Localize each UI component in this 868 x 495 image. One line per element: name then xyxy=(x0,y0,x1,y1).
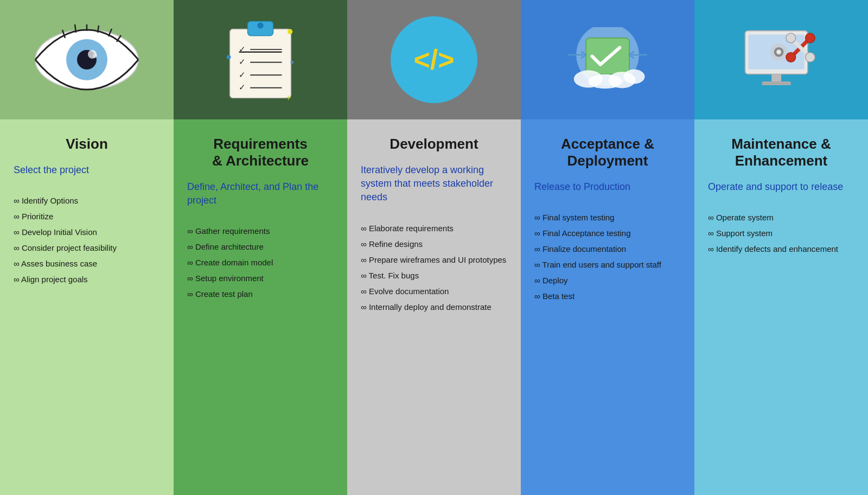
list-item: Support system xyxy=(708,226,854,240)
acceptance-list: Final system testing Final Acceptance te… xyxy=(534,210,681,303)
top-row: ✓ ✓ ✓ ✓ + </> xyxy=(0,0,868,119)
svg-point-13 xyxy=(257,22,263,28)
svg-point-41 xyxy=(776,49,781,54)
list-item: Finalize documentation xyxy=(534,242,681,256)
development-subtitle: Iteratively develop a working system tha… xyxy=(361,163,507,205)
maintenance-subtitle: Operate and support to release xyxy=(708,180,854,194)
monitor-tools-icon xyxy=(738,24,825,95)
list-item: Setup environment xyxy=(187,271,334,285)
list-item: Align project goals xyxy=(14,272,160,287)
svg-point-4 xyxy=(93,54,97,58)
list-item: Final Acceptance testing xyxy=(534,226,681,240)
code-symbol: </> xyxy=(413,43,454,76)
svg-text:✓: ✓ xyxy=(239,45,246,54)
vision-title: Vision xyxy=(14,136,160,153)
list-item: Consider project feasibility xyxy=(14,240,160,255)
acceptance-icon-col xyxy=(521,0,694,119)
development-content: Development Iteratively develop a workin… xyxy=(347,119,521,495)
bottom-row: Vision Select the project Identify Optio… xyxy=(0,119,868,495)
list-item: Gather requirements xyxy=(187,224,334,238)
svg-point-44 xyxy=(805,33,815,43)
requirements-subtitle: Define, Architect, and Plan the project xyxy=(187,180,334,207)
svg-point-46 xyxy=(786,33,796,43)
list-item: Final system testing xyxy=(534,210,681,225)
list-item: Evolve documentation xyxy=(361,284,507,299)
acceptance-content: Acceptance & Deployment Release to Produ… xyxy=(521,119,694,495)
svg-text:✓: ✓ xyxy=(239,70,246,79)
list-item: Identify defects and enhancement xyxy=(708,242,854,256)
svg-point-47 xyxy=(805,53,815,62)
svg-point-32 xyxy=(623,69,644,84)
requirements-content: Requirements & Architecture Define, Arch… xyxy=(174,119,347,495)
svg-text:✓: ✓ xyxy=(239,57,246,66)
vision-subtitle: Select the project xyxy=(14,163,160,177)
maintenance-list: Operate system Support system Identify d… xyxy=(708,210,854,256)
main-container: ✓ ✓ ✓ ✓ + </> xyxy=(0,0,868,495)
svg-point-45 xyxy=(786,53,796,62)
list-item: Define architecture xyxy=(187,239,334,254)
list-item: Prepare wireframes and UI prototypes xyxy=(361,252,507,267)
list-item: Beta test xyxy=(534,289,681,303)
svg-point-23 xyxy=(288,29,292,34)
acceptance-title: Acceptance & Deployment xyxy=(534,136,681,169)
development-title: Development xyxy=(361,136,507,153)
list-item: Asses business case xyxy=(14,256,160,271)
list-item: Internally deploy and demonstrate xyxy=(361,300,507,314)
list-item: Create domain model xyxy=(187,255,334,270)
svg-rect-38 xyxy=(762,81,790,85)
clipboard-icon: ✓ ✓ ✓ ✓ + xyxy=(222,16,298,103)
requirements-list: Gather requirements Define architecture … xyxy=(187,224,334,301)
svg-text:+: + xyxy=(286,92,291,103)
list-item: Prioritize xyxy=(14,209,160,224)
list-item: Identify Options xyxy=(14,193,160,208)
acceptance-subtitle: Release to Production xyxy=(534,180,681,194)
list-item: Operate system xyxy=(708,210,854,225)
development-icon-col: </> xyxy=(347,0,521,119)
vision-icon-col xyxy=(0,0,174,119)
svg-point-24 xyxy=(227,55,231,60)
maintenance-title: Maintenance & Enhancement xyxy=(708,136,854,169)
maintenance-icon-col xyxy=(694,0,868,119)
svg-point-25 xyxy=(291,61,294,64)
list-item: Refine designs xyxy=(361,237,507,251)
maintenance-content: Maintenance & Enhancement Operate and su… xyxy=(694,119,868,495)
vision-content: Vision Select the project Identify Optio… xyxy=(0,119,174,495)
eye-icon xyxy=(33,24,141,95)
list-item: Deploy xyxy=(534,273,681,288)
development-list: Elaborate requirements Refine designs Pr… xyxy=(361,221,507,314)
code-circle: </> xyxy=(391,16,477,103)
list-item: Develop Initial Vision xyxy=(14,225,160,239)
requirements-icon-col: ✓ ✓ ✓ ✓ + xyxy=(174,0,347,119)
svg-text:✓: ✓ xyxy=(239,82,246,92)
vision-list: Identify Options Prioritize Develop Init… xyxy=(14,193,160,287)
list-item: Create test plan xyxy=(187,287,334,301)
cloud-check-icon xyxy=(564,27,651,92)
list-item: Test. Fix bugs xyxy=(361,268,507,283)
list-item: Train end users and support staff xyxy=(534,257,681,272)
requirements-title: Requirements & Architecture xyxy=(187,136,334,169)
list-item: Elaborate requirements xyxy=(361,221,507,236)
